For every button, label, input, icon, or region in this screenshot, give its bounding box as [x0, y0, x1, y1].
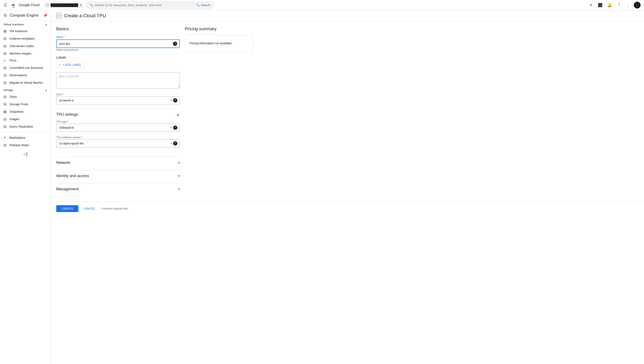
sidebar-item-marketplace[interactable]: ✦ Marketplace: [0, 134, 51, 141]
identity-section: Identity and access ▾: [56, 170, 180, 182]
tpu-settings-section: TPU settings ▲ TPU type * v5litepod-8: [56, 109, 180, 155]
sidebar-item-migrate[interactable]: ▤ Migrate to Virtual Machin...: [0, 79, 49, 86]
hamburger-menu[interactable]: ☰: [4, 3, 7, 8]
sidebar-collapse-button[interactable]: ◁|: [0, 149, 51, 159]
google-cloud-logo-icon: [10, 3, 18, 8]
tpu-sw-dropdown-arrow: ▾: [170, 142, 172, 145]
description-input[interactable]: [56, 73, 180, 88]
help-icon[interactable]: ?: [615, 1, 623, 9]
tpu-settings-chevron: ▲: [176, 113, 180, 117]
sidebar-header: ⚙ Compute Engine 📌: [0, 10, 51, 21]
sidebar-item-machine-images[interactable]: ▤ Machine images: [0, 50, 49, 57]
sidebar-item-images[interactable]: ▤ Images: [0, 115, 49, 123]
create-button[interactable]: CREATE: [56, 205, 78, 212]
sidebar-item-sole-tenant[interactable]: ▤ Sole-tenant nodes: [0, 42, 49, 50]
marketplace-icon: ✦: [4, 136, 6, 140]
main-layout: ⚙ Compute Engine 📌 Virtual machines ▲ ▦ …: [0, 10, 644, 364]
sidebar-storage-items: ▤ Disks ▤ Storage Pools ▦ Snapshots ▤ Im…: [0, 93, 51, 130]
disks-icon: ▤: [4, 95, 6, 99]
tpu-sw-value: v2-alpha-tpuv5-lite: [59, 142, 84, 145]
pricing-unavailable-text: Pricing information not available.: [189, 42, 232, 45]
sidebar-pin-icon[interactable]: 📌: [43, 14, 48, 18]
tpu-type-select[interactable]: v5litepod-8 ▾ ?: [56, 124, 180, 132]
tpu-settings-header[interactable]: TPU settings ▲: [56, 109, 180, 120]
description-textarea-wrapper: [56, 72, 180, 89]
tpu-type-required-star: *: [68, 120, 68, 123]
tpu-type-label: TPU type *: [56, 120, 180, 123]
tpu-sw-select[interactable]: v2-alpha-tpuv5-lite ▾ ?: [56, 139, 180, 147]
sidebar-item-release-notes[interactable]: ▤ Release Notes: [0, 141, 51, 149]
google-cloud-text: Google Cloud: [19, 3, 40, 7]
zone-field: Zone * us-west4-a ▾ ?: [56, 93, 180, 104]
async-replication-icon: ▤: [4, 124, 6, 129]
project-dropdown-arrow: ▾: [80, 4, 81, 7]
vm-instances-icon: ▦: [4, 29, 6, 33]
required-star: *: [101, 207, 102, 210]
tpu-sw-version-field: TPU software version * v2-alpha-tpuv5-li…: [56, 136, 180, 147]
zone-label: Zone *: [56, 93, 180, 96]
pricing-panel: Pricing summary Pricing information not …: [185, 27, 253, 196]
tpu-settings-content: TPU type * v5litepod-8 ▾ ?: [56, 120, 180, 155]
sidebar-item-vm-instances[interactable]: ▦ VM instances: [0, 27, 49, 35]
name-input[interactable]: [59, 42, 171, 45]
zone-help-icon[interactable]: ?: [173, 98, 178, 103]
tpu-settings-title: TPU settings: [56, 112, 78, 117]
labels-section: Labels + + ADD LABEL: [56, 56, 180, 68]
project-selector[interactable]: ⬡ █████████████ ▾: [44, 2, 84, 8]
search-bar[interactable]: 🔍 🔍 Search: [86, 1, 214, 9]
sidebar-item-disks[interactable]: ▤ Disks: [0, 93, 49, 100]
notifications-icon[interactable]: 🔔: [606, 1, 613, 9]
network-section: Network ▾: [56, 157, 180, 168]
tpus-icon: ✕: [4, 59, 6, 62]
sidebar-section-vm[interactable]: Virtual machines ▲: [0, 21, 51, 27]
management-chevron: ▾: [178, 187, 180, 191]
labels-title: Labels: [56, 56, 180, 60]
sidebar-item-storage-pools[interactable]: ▤ Storage Pools: [0, 100, 49, 108]
back-button[interactable]: ←: [56, 13, 61, 19]
name-help-icon[interactable]: ?: [173, 42, 177, 46]
name-field: Name * ? Name is permanent: [56, 36, 180, 51]
sidebar-item-reservations[interactable]: ▤ Reservations: [0, 71, 49, 79]
sidebar-item-tpus[interactable]: ✕ TPUs: [0, 57, 49, 64]
description-field: [56, 72, 180, 89]
sidebar-item-instance-templates[interactable]: ▤ Instance templates: [0, 35, 49, 42]
zone-select[interactable]: us-west4-a ▾ ?: [56, 96, 180, 104]
add-label-plus-icon: +: [59, 63, 61, 67]
tpu-sw-label: TPU software version *: [56, 136, 180, 139]
tpu-type-help-icon[interactable]: ?: [173, 126, 178, 130]
required-note: * indicates required field: [101, 207, 128, 210]
google-cloud-logo: Google Cloud: [10, 3, 40, 8]
identity-title: Identity and access: [56, 174, 89, 178]
sidebar-item-async-replication[interactable]: ▤ Async Replication: [0, 123, 49, 130]
tpu-sw-required-star: *: [81, 136, 82, 139]
search-input[interactable]: [95, 4, 195, 7]
sidebar-section-storage[interactable]: Storage ▲: [0, 86, 51, 93]
bottom-bar: CREATE CANCEL * indicates required field: [51, 202, 644, 215]
cancel-button[interactable]: CANCEL: [82, 205, 97, 212]
sidebar-item-committed-use[interactable]: ▤ Committed use discounts: [0, 64, 49, 71]
user-avatar[interactable]: [634, 2, 640, 9]
search-icon: 🔍: [90, 4, 93, 7]
management-header[interactable]: Management ▾: [56, 183, 180, 195]
tpu-sw-help-icon[interactable]: ?: [173, 141, 178, 146]
network-header[interactable]: Network ▾: [56, 157, 180, 168]
form-area: Basics Name * ? Name is permanent Label: [51, 21, 644, 202]
sidebar-item-snapshots[interactable]: ▦ Snapshots: [0, 108, 49, 115]
more-options-icon[interactable]: ⋮: [624, 1, 632, 9]
add-label-button[interactable]: + + ADD LABEL: [56, 62, 84, 68]
ai-features-icon[interactable]: ✦: [587, 1, 594, 9]
pricing-title: Pricing summary: [185, 27, 253, 31]
content-area: ← Create a Cloud TPU Basics Name * ? Nam: [51, 10, 644, 364]
reservations-icon: ▤: [4, 73, 6, 77]
project-icon: ⬡: [46, 3, 49, 7]
sidebar-vm-items: ▦ VM instances ▤ Instance templates ▤ So…: [0, 27, 51, 86]
images-icon: ▤: [4, 117, 6, 121]
cloud-shell-icon[interactable]: ⬛: [596, 1, 604, 9]
identity-header[interactable]: Identity and access ▾: [56, 170, 180, 182]
network-title: Network: [56, 160, 70, 165]
storage-section-chevron: ▲: [45, 89, 48, 92]
project-name: █████████████: [51, 4, 78, 7]
search-button[interactable]: 🔍 Search: [196, 4, 210, 7]
tpu-type-field: TPU type * v5litepod-8 ▾ ?: [56, 120, 180, 132]
pricing-box: Pricing information not available.: [185, 35, 253, 52]
